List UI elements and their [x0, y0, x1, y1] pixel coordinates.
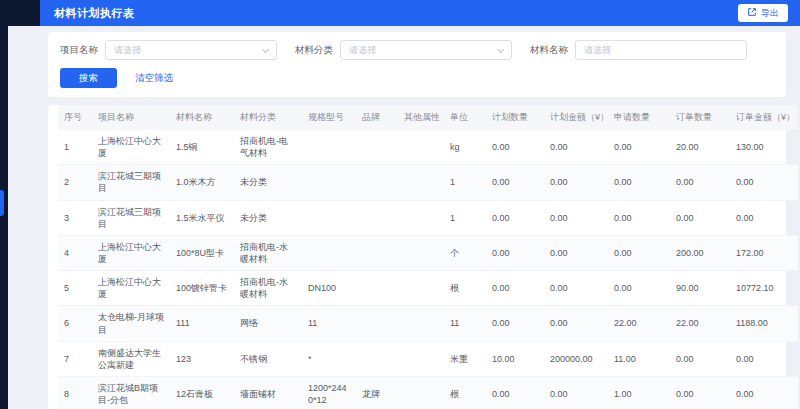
table-row[interactable]: 8 滨江花城B期项目-分包 12石膏板 墙面铺材 1200*2440*12 龙牌… — [58, 376, 798, 409]
cell-planned-qty: 0.00 — [486, 376, 544, 409]
cell-applied-qty: 0.00 — [608, 130, 670, 165]
search-button[interactable]: 搜索 — [60, 68, 117, 88]
cell-brand — [356, 271, 398, 306]
cell-order-amount: 0.00 — [730, 376, 798, 409]
cell-unit: 根 — [444, 376, 486, 409]
cell-planned-amount: 0.00 — [544, 130, 608, 165]
cell-material-category: 墙面铺材 — [234, 376, 302, 409]
material-category-select[interactable]: 请选择 — [340, 40, 512, 60]
cell-spec-model: 11 — [302, 306, 356, 341]
cell-index: 6 — [58, 306, 92, 341]
cell-unit: 1 — [444, 200, 486, 235]
table-row[interactable]: 6 太仓电梯-月球项目 111 网络 11 11 0.00 0.00 22.00… — [58, 306, 798, 341]
cell-applied-qty: 0.00 — [608, 235, 670, 270]
cell-planned-amount: 0.00 — [544, 376, 608, 409]
cell-planned-qty: 0.00 — [486, 130, 544, 165]
column-header: 项目名称 — [92, 105, 170, 130]
column-header: 材料分类 — [234, 105, 302, 130]
chevron-down-icon — [497, 45, 504, 52]
cell-spec-model: DN100 — [302, 271, 356, 306]
cell-unit: kg — [444, 130, 486, 165]
cell-other-attrs — [398, 376, 444, 409]
cell-material-category: 招商机电-水暖材料 — [234, 235, 302, 270]
cell-applied-qty: 1.00 — [608, 376, 670, 409]
export-button[interactable]: 导出 — [738, 4, 788, 22]
cell-planned-qty: 0.00 — [486, 235, 544, 270]
cell-brand — [356, 200, 398, 235]
export-button-label: 导出 — [761, 7, 779, 20]
cell-index: 3 — [58, 200, 92, 235]
column-header: 序号 — [58, 105, 92, 130]
cell-planned-amount: 0.00 — [544, 200, 608, 235]
cell-other-attrs — [398, 165, 444, 200]
export-icon — [747, 7, 757, 19]
cell-brand — [356, 306, 398, 341]
cell-project-name: 太仓电梯-月球项目 — [92, 306, 170, 341]
cell-spec-model — [302, 165, 356, 200]
cell-planned-qty: 0.00 — [486, 271, 544, 306]
cell-order-amount: 1188.00 — [730, 306, 798, 341]
column-header: 规格型号 — [302, 105, 356, 130]
table-panel: 序号项目名称材料名称材料分类规格型号品牌其他属性单位计划数量计划金额（¥）申请数… — [48, 105, 786, 409]
cell-spec-model — [302, 200, 356, 235]
cell-project-name: 上海松江中心大厦 — [92, 130, 170, 165]
cell-applied-qty: 22.00 — [608, 306, 670, 341]
cell-brand — [356, 341, 398, 376]
cell-order-amount: 0.00 — [730, 341, 798, 376]
cell-other-attrs — [398, 130, 444, 165]
filter-row: 项目名称 请选择 材料分类 请选择 材料名称 — [60, 40, 774, 60]
sidebar-expand-handle[interactable] — [0, 190, 4, 216]
collapsed-sidebar[interactable] — [0, 0, 8, 409]
cell-order-amount: 10772.10 — [730, 271, 798, 306]
filter-panel: 项目名称 请选择 材料分类 请选择 材料名称 搜索 清空筛选 — [48, 32, 786, 97]
cell-index: 7 — [58, 341, 92, 376]
cell-material-name: 123 — [170, 341, 234, 376]
cell-material-category: 网络 — [234, 306, 302, 341]
cell-order-qty: 90.00 — [670, 271, 730, 306]
table-row[interactable]: 1 上海松江中心大厦 1.5铜 招商机电-电气材料 kg 0.00 0.00 0… — [58, 130, 798, 165]
clear-filters-link[interactable]: 清空筛选 — [135, 72, 173, 85]
cell-planned-amount: 200000.00 — [544, 341, 608, 376]
cell-planned-qty: 0.00 — [486, 306, 544, 341]
table-row[interactable]: 7 南侧盛达大学生公寓新建 123 不锈钢 * 米重 10.00 200000.… — [58, 341, 798, 376]
table-row[interactable]: 3 滨江花城三期项目 1.5米水平仪 未分类 1 0.00 0.00 0.00 … — [58, 200, 798, 235]
cell-order-amount: 172.00 — [730, 235, 798, 270]
top-header: 材料计划执行表 导出 — [0, 0, 800, 26]
cell-brand — [356, 130, 398, 165]
cell-project-name: 滨江花城三期项目 — [92, 165, 170, 200]
cell-unit: 11 — [444, 306, 486, 341]
cell-order-amount: 0.00 — [730, 165, 798, 200]
cell-planned-amount: 0.00 — [544, 271, 608, 306]
cell-material-name: 111 — [170, 306, 234, 341]
filter-project-name: 项目名称 请选择 — [60, 40, 277, 60]
cell-material-name: 1.0米木方 — [170, 165, 234, 200]
column-header: 其他属性 — [398, 105, 444, 130]
cell-planned-amount: 0.00 — [544, 306, 608, 341]
cell-brand: 龙牌 — [356, 376, 398, 409]
cell-material-category: 不锈钢 — [234, 341, 302, 376]
table-row[interactable]: 5 上海松江中心大厦 100镀锌管卡 招商机电-水暖材料 DN100 根 0.0… — [58, 271, 798, 306]
cell-brand — [356, 165, 398, 200]
table-row[interactable]: 2 滨江花城三期项目 1.0米木方 未分类 1 0.00 0.00 0.00 0… — [58, 165, 798, 200]
material-name-label: 材料名称 — [530, 44, 568, 57]
cell-material-name: 1.5米水平仪 — [170, 200, 234, 235]
cell-material-category: 未分类 — [234, 200, 302, 235]
project-name-select[interactable]: 请选择 — [105, 40, 277, 60]
cell-order-amount: 130.00 — [730, 130, 798, 165]
cell-planned-amount: 0.00 — [544, 235, 608, 270]
cell-material-name: 1.5铜 — [170, 130, 234, 165]
cell-applied-qty: 0.00 — [608, 165, 670, 200]
project-name-placeholder: 请选择 — [114, 44, 141, 57]
column-header: 材料名称 — [170, 105, 234, 130]
cell-index: 4 — [58, 235, 92, 270]
cell-material-category: 招商机电-水暖材料 — [234, 271, 302, 306]
cell-planned-amount: 0.00 — [544, 165, 608, 200]
material-name-input[interactable] — [575, 40, 747, 60]
cell-order-qty: 0.00 — [670, 341, 730, 376]
filter-material-name: 材料名称 — [530, 40, 747, 60]
page-title: 材料计划执行表 — [54, 6, 135, 21]
table-row[interactable]: 4 上海松江中心大厦 100*8U型卡 招商机电-水暖材料 个 0.00 0.0… — [58, 235, 798, 270]
cell-order-qty: 20.00 — [670, 130, 730, 165]
column-header: 订单数量 — [670, 105, 730, 130]
cell-project-name: 上海松江中心大厦 — [92, 235, 170, 270]
